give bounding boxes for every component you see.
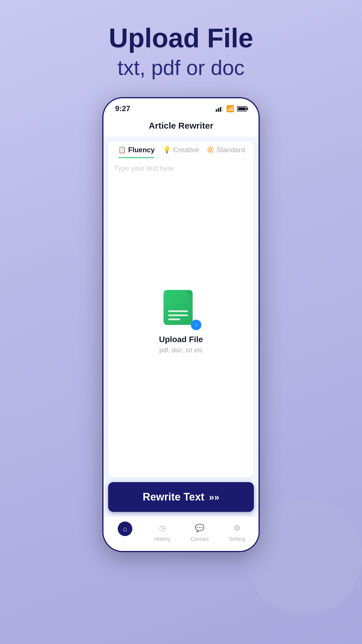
bottom-nav: ⌂ ◷ History 💬 Contact ⚙ Setting [103,517,259,551]
nav-contact-label: Contact [191,536,209,542]
main-content: 📋 Fluency 💡 Creative 🔆 Standard Type you… [103,136,259,517]
nav-history[interactable]: ◷ History [144,522,181,542]
nav-setting-label: Setting [229,536,245,542]
phone-screen: 9:27 📶 Article Rewriter [103,98,259,551]
upload-arrow-icon: ↑ [191,320,201,330]
doc-fold [184,290,193,298]
rewrite-button[interactable]: Rewrite Text »» [108,482,254,512]
upload-icon-container: ↑ [164,290,198,328]
doc-line-2 [168,314,188,316]
nav-setting[interactable]: ⚙ Setting [218,522,256,542]
battery-fill [238,107,246,110]
fluency-icon: 📋 [118,146,126,154]
creative-icon: 💡 [163,146,171,154]
wifi-icon: 📶 [226,105,234,113]
text-placeholder: Type your text here [114,164,174,172]
standard-icon: 🔆 [206,146,214,154]
history-icon: ◷ [156,522,169,534]
nav-contact[interactable]: 💬 Contact [181,522,218,542]
status-icons: 📶 [216,105,247,113]
contact-icon: 💬 [193,522,206,534]
battery-icon [237,106,247,111]
doc-line-3 [168,318,180,320]
upload-area[interactable]: ↑ Upload File pdf, doc, txt etc [159,172,203,472]
signal-bar-4 [222,106,223,112]
signal-bar-3 [220,107,221,112]
document-shape [164,290,193,325]
rewrite-arrows: »» [209,492,219,503]
status-time: 9:27 [115,104,130,113]
nav-history-label: History [154,536,171,542]
nav-home[interactable]: ⌂ [106,522,144,536]
signal-icon [216,106,223,112]
rewrite-label: Rewrite Text [143,491,204,503]
phone-mockup: 9:27 📶 Article Rewriter [102,97,260,552]
setting-icon: ⚙ [231,522,243,534]
status-bar: 9:27 📶 [103,98,259,116]
content-card: 📋 Fluency 💡 Creative 🔆 Standard Type you… [108,141,254,477]
page-header: Upload File txt, pdf or doc [109,23,253,80]
app-header: Article Rewriter [103,116,259,136]
tabs-row: 📋 Fluency 💡 Creative 🔆 Standard [108,141,254,158]
tab-standard-label: Standard [217,146,245,154]
signal-bar-2 [218,108,219,112]
app-title: Article Rewriter [109,121,253,131]
tab-creative-label: Creative [173,146,199,154]
upload-sublabel: pdf, doc, txt etc [159,346,203,354]
header-title: Upload File [109,23,253,53]
tab-creative[interactable]: 💡 Creative [159,146,203,158]
header-subtitle: txt, pdf or doc [109,56,253,80]
home-icon: ⌂ [118,522,132,536]
upload-label: Upload File [159,335,203,344]
doc-line-1 [168,310,188,312]
text-input-area[interactable]: Type your text here ↑ Upload File [108,158,254,477]
tab-fluency-label: Fluency [128,146,155,154]
tab-standard[interactable]: 🔆 Standard [203,146,248,158]
signal-bar-1 [216,109,217,112]
tab-fluency[interactable]: 📋 Fluency [114,146,159,158]
